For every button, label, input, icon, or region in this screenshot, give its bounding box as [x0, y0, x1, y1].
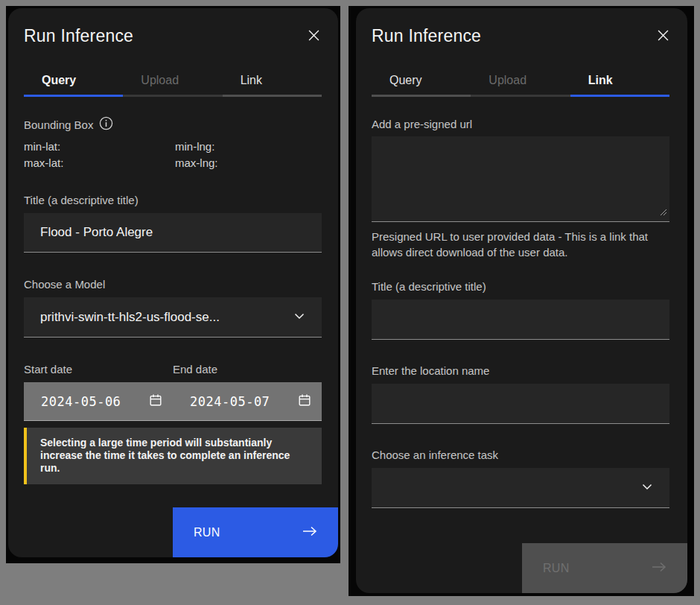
run-inference-dialog-query: Run Inference Query Upload Link Bounding…	[8, 8, 338, 557]
end-date-label: End date	[173, 363, 322, 376]
start-date-label: Start date	[24, 363, 173, 376]
close-icon	[308, 30, 319, 43]
close-icon	[658, 30, 669, 43]
arrow-right-icon	[652, 561, 666, 575]
max-lng-label: max-lng:	[175, 155, 322, 171]
tab-query[interactable]: Query	[24, 66, 123, 97]
calendar-icon[interactable]	[149, 393, 162, 410]
max-lat-label: max-lat:	[24, 155, 175, 171]
run-button-disabled[interactable]: RUN	[522, 543, 687, 593]
title-input[interactable]	[24, 213, 322, 253]
warning-text: Selecting a large time period will subst…	[40, 437, 310, 475]
tab-upload[interactable]: Upload	[123, 66, 222, 97]
model-select[interactable]: prithvi-swin-tt-hls2-us-flood-se...	[24, 297, 322, 338]
tab-query[interactable]: Query	[372, 66, 471, 97]
model-field-label: Choose a Model	[24, 278, 322, 291]
bounding-box-values: min-lat: min-lng: max-lat: max-lng:	[24, 139, 322, 171]
start-date-value: 2024-05-06	[41, 394, 140, 409]
min-lng-label: min-lng:	[175, 139, 322, 155]
bounding-box-label: Bounding Box	[24, 118, 93, 131]
tab-upload[interactable]: Upload	[471, 66, 570, 97]
tab-bar: Query Upload Link	[372, 66, 669, 97]
inference-task-select[interactable]	[372, 468, 669, 508]
end-date-value: 2024-05-07	[190, 394, 289, 409]
end-date-input[interactable]: 2024-05-07	[173, 382, 322, 420]
tab-bar: Query Upload Link	[24, 66, 322, 97]
title-field-label: Title (a descriptive title)	[24, 194, 322, 206]
screenshot-right: Run Inference Query Upload Link Add a pr…	[349, 6, 694, 596]
chevron-down-icon	[293, 310, 305, 325]
page-title: Run Inference	[372, 26, 481, 46]
info-icon[interactable]	[99, 116, 113, 133]
url-helper-text: Presigned URL to user provided data - Th…	[372, 229, 669, 260]
run-button[interactable]: RUN	[173, 507, 338, 557]
location-field-label: Enter the location name	[372, 364, 672, 377]
calendar-icon[interactable]	[298, 393, 311, 410]
title-field-label: Title (a descriptive title)	[372, 280, 672, 293]
tab-link[interactable]: Link	[570, 66, 669, 97]
run-button-label: RUN	[194, 526, 220, 539]
min-lat-label: min-lat:	[24, 139, 175, 155]
close-button[interactable]	[305, 28, 322, 45]
run-inference-dialog-link: Run Inference Query Upload Link Add a pr…	[356, 8, 687, 593]
resize-grip-icon[interactable]	[659, 206, 667, 219]
presigned-url-textarea[interactable]	[372, 136, 669, 222]
run-button-label: RUN	[543, 562, 570, 575]
screenshot-left: Run Inference Query Upload Link Bounding…	[6, 6, 340, 563]
model-select-value: prithvi-swin-tt-hls2-us-flood-se...	[40, 310, 220, 325]
close-button[interactable]	[654, 28, 672, 45]
arrow-right-icon	[302, 525, 317, 539]
url-field-label: Add a pre-signed url	[372, 118, 672, 130]
page-title: Run Inference	[24, 26, 133, 46]
task-field-label: Choose an inference task	[372, 449, 672, 461]
tab-link[interactable]: Link	[223, 66, 322, 97]
start-date-input[interactable]: 2024-05-06	[24, 382, 173, 420]
location-input[interactable]	[372, 384, 669, 424]
title-input[interactable]	[372, 300, 669, 340]
date-range-strip: 2024-05-06 2024-05-07	[24, 382, 322, 421]
time-period-warning: Selecting a large time period will subst…	[24, 428, 322, 484]
chevron-down-icon	[641, 481, 653, 495]
